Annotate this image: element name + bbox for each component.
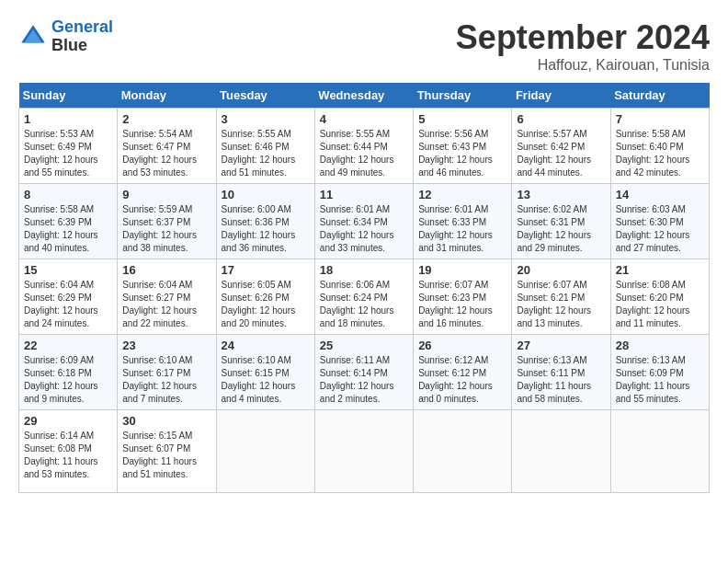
weekday-header: Thursday — [414, 83, 512, 109]
logo: General Blue — [18, 18, 113, 55]
calendar-cell: 22 Sunrise: 6:09 AMSunset: 6:18 PMDaylig… — [19, 335, 118, 410]
calendar-cell: 15 Sunrise: 6:04 AMSunset: 6:29 PMDaylig… — [19, 259, 118, 335]
day-detail: Sunrise: 6:01 AMSunset: 6:34 PMDaylight:… — [320, 204, 394, 253]
day-detail: Sunrise: 6:00 AMSunset: 6:36 PMDaylight:… — [222, 204, 296, 253]
calendar-cell: 11 Sunrise: 6:01 AMSunset: 6:34 PMDaylig… — [314, 184, 413, 259]
calendar-cell: 20 Sunrise: 6:07 AMSunset: 6:21 PMDaylig… — [512, 259, 610, 335]
day-number: 2 — [122, 112, 210, 126]
day-number: 10 — [222, 188, 310, 201]
day-detail: Sunrise: 5:59 AMSunset: 6:37 PMDaylight:… — [122, 204, 197, 253]
month-title: September 2024 — [456, 18, 710, 57]
calendar-cell: 12 Sunrise: 6:01 AMSunset: 6:33 PMDaylig… — [414, 184, 512, 259]
day-detail: Sunrise: 5:55 AMSunset: 6:46 PMDaylight:… — [222, 129, 296, 178]
day-number: 20 — [517, 263, 605, 277]
weekday-header: Saturday — [610, 83, 709, 109]
day-number: 27 — [517, 339, 605, 352]
logo-icon — [18, 22, 48, 52]
calendar-cell: 2 Sunrise: 5:54 AMSunset: 6:47 PMDayligh… — [118, 109, 216, 184]
calendar-cell: 19 Sunrise: 6:07 AMSunset: 6:23 PMDaylig… — [414, 259, 512, 335]
weekday-header: Wednesday — [314, 83, 413, 109]
calendar-cell: 23 Sunrise: 6:10 AMSunset: 6:17 PMDaylig… — [118, 335, 216, 410]
calendar-cell: 18 Sunrise: 6:06 AMSunset: 6:24 PMDaylig… — [314, 259, 413, 335]
calendar-cell: 3 Sunrise: 5:55 AMSunset: 6:46 PMDayligh… — [216, 109, 314, 184]
calendar-cell: 4 Sunrise: 5:55 AMSunset: 6:44 PMDayligh… — [314, 109, 413, 184]
day-number: 1 — [24, 112, 112, 126]
day-detail: Sunrise: 5:58 AMSunset: 6:40 PMDaylight:… — [616, 129, 690, 178]
day-number: 19 — [418, 263, 506, 277]
calendar-cell: 16 Sunrise: 6:04 AMSunset: 6:27 PMDaylig… — [118, 259, 216, 335]
calendar-cell: 25 Sunrise: 6:11 AMSunset: 6:14 PMDaylig… — [314, 335, 413, 410]
header: General Blue September 2024 Haffouz, Kai… — [18, 18, 710, 74]
weekday-header: Monday — [118, 83, 216, 109]
calendar-table: SundayMondayTuesdayWednesdayThursdayFrid… — [18, 83, 710, 493]
calendar-cell — [216, 410, 314, 493]
calendar-cell: 5 Sunrise: 5:56 AMSunset: 6:43 PMDayligh… — [414, 109, 512, 184]
calendar-cell: 8 Sunrise: 5:58 AMSunset: 6:39 PMDayligh… — [19, 184, 118, 259]
day-detail: Sunrise: 5:56 AMSunset: 6:43 PMDaylight:… — [418, 129, 493, 178]
weekday-header: Tuesday — [216, 83, 314, 109]
day-detail: Sunrise: 6:13 AMSunset: 6:09 PMDaylight:… — [616, 355, 690, 404]
calendar-cell: 29 Sunrise: 6:14 AMSunset: 6:08 PMDaylig… — [19, 410, 118, 493]
day-number: 4 — [320, 112, 408, 126]
calendar-cell: 27 Sunrise: 6:13 AMSunset: 6:11 PMDaylig… — [512, 335, 610, 410]
day-detail: Sunrise: 6:09 AMSunset: 6:18 PMDaylight:… — [24, 355, 98, 404]
day-detail: Sunrise: 6:13 AMSunset: 6:11 PMDaylight:… — [517, 355, 591, 404]
day-detail: Sunrise: 5:55 AMSunset: 6:44 PMDaylight:… — [320, 129, 394, 178]
location-title: Haffouz, Kairouan, Tunisia — [456, 57, 710, 74]
calendar-cell: 7 Sunrise: 5:58 AMSunset: 6:40 PMDayligh… — [610, 109, 709, 184]
title-area: September 2024 Haffouz, Kairouan, Tunisi… — [456, 18, 710, 74]
calendar-week-row: 29 Sunrise: 6:14 AMSunset: 6:08 PMDaylig… — [19, 410, 710, 493]
day-number: 26 — [418, 339, 506, 352]
day-detail: Sunrise: 6:12 AMSunset: 6:12 PMDaylight:… — [418, 355, 493, 404]
day-number: 6 — [517, 112, 605, 126]
day-detail: Sunrise: 5:53 AMSunset: 6:49 PMDaylight:… — [24, 129, 98, 178]
day-detail: Sunrise: 6:10 AMSunset: 6:17 PMDaylight:… — [122, 355, 197, 404]
calendar-cell: 14 Sunrise: 6:03 AMSunset: 6:30 PMDaylig… — [610, 184, 709, 259]
day-detail: Sunrise: 6:04 AMSunset: 6:27 PMDaylight:… — [122, 280, 197, 328]
calendar-week-row: 15 Sunrise: 6:04 AMSunset: 6:29 PMDaylig… — [19, 259, 710, 335]
day-number: 24 — [222, 339, 310, 352]
weekday-header: Friday — [512, 83, 610, 109]
day-detail: Sunrise: 6:05 AMSunset: 6:26 PMDaylight:… — [222, 280, 296, 328]
calendar-cell: 24 Sunrise: 6:10 AMSunset: 6:15 PMDaylig… — [216, 335, 314, 410]
day-detail: Sunrise: 6:07 AMSunset: 6:23 PMDaylight:… — [418, 280, 493, 328]
day-detail: Sunrise: 6:11 AMSunset: 6:14 PMDaylight:… — [320, 355, 394, 404]
calendar-cell: 1 Sunrise: 5:53 AMSunset: 6:49 PMDayligh… — [19, 109, 118, 184]
day-number: 21 — [616, 263, 704, 277]
day-detail: Sunrise: 6:01 AMSunset: 6:33 PMDaylight:… — [418, 204, 493, 253]
day-detail: Sunrise: 6:04 AMSunset: 6:29 PMDaylight:… — [24, 280, 98, 328]
logo-text: General Blue — [51, 18, 113, 55]
day-detail: Sunrise: 5:57 AMSunset: 6:42 PMDaylight:… — [517, 129, 591, 178]
day-detail: Sunrise: 6:14 AMSunset: 6:08 PMDaylight:… — [24, 431, 98, 479]
calendar-cell — [512, 410, 610, 493]
calendar-cell: 9 Sunrise: 5:59 AMSunset: 6:37 PMDayligh… — [118, 184, 216, 259]
day-number: 5 — [418, 112, 506, 126]
day-number: 17 — [222, 263, 310, 277]
day-detail: Sunrise: 6:07 AMSunset: 6:21 PMDaylight:… — [517, 280, 591, 328]
day-number: 9 — [122, 188, 210, 201]
day-number: 30 — [122, 414, 210, 428]
calendar-cell — [314, 410, 413, 493]
day-number: 12 — [418, 188, 506, 201]
day-number: 16 — [122, 263, 210, 277]
day-detail: Sunrise: 6:02 AMSunset: 6:31 PMDaylight:… — [517, 204, 591, 253]
calendar-week-row: 22 Sunrise: 6:09 AMSunset: 6:18 PMDaylig… — [19, 335, 710, 410]
calendar-cell: 30 Sunrise: 6:15 AMSunset: 6:07 PMDaylig… — [118, 410, 216, 493]
calendar-cell — [610, 410, 709, 493]
calendar-cell: 26 Sunrise: 6:12 AMSunset: 6:12 PMDaylig… — [414, 335, 512, 410]
day-number: 8 — [24, 188, 112, 201]
day-detail: Sunrise: 5:54 AMSunset: 6:47 PMDaylight:… — [122, 129, 197, 178]
day-number: 22 — [24, 339, 112, 352]
calendar-cell — [414, 410, 512, 493]
day-detail: Sunrise: 6:06 AMSunset: 6:24 PMDaylight:… — [320, 280, 394, 328]
day-detail: Sunrise: 6:08 AMSunset: 6:20 PMDaylight:… — [616, 280, 690, 328]
day-number: 28 — [616, 339, 704, 352]
day-number: 3 — [222, 112, 310, 126]
day-number: 18 — [320, 263, 408, 277]
day-detail: Sunrise: 5:58 AMSunset: 6:39 PMDaylight:… — [24, 204, 98, 253]
day-number: 14 — [616, 188, 704, 201]
calendar-week-row: 8 Sunrise: 5:58 AMSunset: 6:39 PMDayligh… — [19, 184, 710, 259]
calendar-cell: 10 Sunrise: 6:00 AMSunset: 6:36 PMDaylig… — [216, 184, 314, 259]
day-number: 15 — [24, 263, 112, 277]
calendar-cell: 28 Sunrise: 6:13 AMSunset: 6:09 PMDaylig… — [610, 335, 709, 410]
